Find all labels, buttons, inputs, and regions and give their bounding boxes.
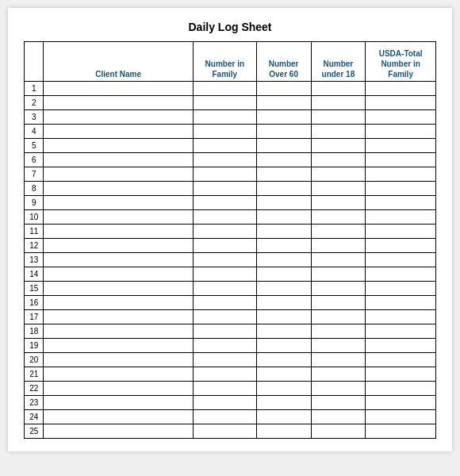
data-cell[interactable] xyxy=(256,353,311,367)
data-cell[interactable] xyxy=(193,282,256,296)
data-cell[interactable] xyxy=(256,125,311,139)
data-cell[interactable] xyxy=(256,267,311,282)
data-cell[interactable] xyxy=(44,310,194,324)
data-cell[interactable] xyxy=(44,282,194,296)
data-cell[interactable] xyxy=(193,110,256,125)
data-cell[interactable] xyxy=(256,225,311,239)
data-cell[interactable] xyxy=(311,339,366,353)
data-cell[interactable] xyxy=(366,324,436,339)
data-cell[interactable] xyxy=(311,424,366,439)
data-cell[interactable] xyxy=(44,167,194,182)
data-cell[interactable] xyxy=(311,82,366,96)
data-cell[interactable] xyxy=(366,282,436,296)
data-cell[interactable] xyxy=(193,296,256,310)
data-cell[interactable] xyxy=(44,225,194,239)
data-cell[interactable] xyxy=(193,253,256,267)
data-cell[interactable] xyxy=(366,196,436,210)
data-cell[interactable] xyxy=(366,225,436,239)
data-cell[interactable] xyxy=(44,182,194,196)
data-cell[interactable] xyxy=(311,353,366,367)
data-cell[interactable] xyxy=(256,139,311,153)
data-cell[interactable] xyxy=(44,296,194,310)
data-cell[interactable] xyxy=(256,324,311,339)
data-cell[interactable] xyxy=(256,382,311,396)
data-cell[interactable] xyxy=(193,367,256,382)
data-cell[interactable] xyxy=(256,167,311,182)
data-cell[interactable] xyxy=(193,153,256,167)
data-cell[interactable] xyxy=(256,96,311,110)
data-cell[interactable] xyxy=(366,424,436,439)
data-cell[interactable] xyxy=(44,210,194,225)
data-cell[interactable] xyxy=(366,153,436,167)
data-cell[interactable] xyxy=(256,210,311,225)
data-cell[interactable] xyxy=(311,396,366,410)
data-cell[interactable] xyxy=(366,239,436,253)
data-cell[interactable] xyxy=(193,382,256,396)
data-cell[interactable] xyxy=(311,296,366,310)
data-cell[interactable] xyxy=(311,96,366,110)
data-cell[interactable] xyxy=(366,210,436,225)
data-cell[interactable] xyxy=(44,82,194,96)
data-cell[interactable] xyxy=(44,353,194,367)
data-cell[interactable] xyxy=(366,182,436,196)
data-cell[interactable] xyxy=(256,82,311,96)
data-cell[interactable] xyxy=(193,267,256,282)
data-cell[interactable] xyxy=(311,225,366,239)
data-cell[interactable] xyxy=(256,182,311,196)
data-cell[interactable] xyxy=(193,239,256,253)
data-cell[interactable] xyxy=(193,196,256,210)
data-cell[interactable] xyxy=(256,367,311,382)
data-cell[interactable] xyxy=(256,396,311,410)
data-cell[interactable] xyxy=(256,153,311,167)
data-cell[interactable] xyxy=(366,125,436,139)
data-cell[interactable] xyxy=(311,410,366,424)
data-cell[interactable] xyxy=(256,253,311,267)
data-cell[interactable] xyxy=(256,339,311,353)
data-cell[interactable] xyxy=(311,210,366,225)
data-cell[interactable] xyxy=(366,139,436,153)
data-cell[interactable] xyxy=(193,96,256,110)
data-cell[interactable] xyxy=(44,410,194,424)
data-cell[interactable] xyxy=(256,239,311,253)
data-cell[interactable] xyxy=(311,382,366,396)
data-cell[interactable] xyxy=(44,196,194,210)
data-cell[interactable] xyxy=(44,367,194,382)
data-cell[interactable] xyxy=(256,410,311,424)
data-cell[interactable] xyxy=(44,396,194,410)
data-cell[interactable] xyxy=(366,310,436,324)
data-cell[interactable] xyxy=(44,324,194,339)
data-cell[interactable] xyxy=(311,253,366,267)
data-cell[interactable] xyxy=(193,225,256,239)
data-cell[interactable] xyxy=(366,396,436,410)
data-cell[interactable] xyxy=(193,410,256,424)
data-cell[interactable] xyxy=(366,96,436,110)
data-cell[interactable] xyxy=(193,182,256,196)
data-cell[interactable] xyxy=(366,353,436,367)
data-cell[interactable] xyxy=(311,139,366,153)
data-cell[interactable] xyxy=(44,153,194,167)
data-cell[interactable] xyxy=(311,267,366,282)
data-cell[interactable] xyxy=(193,424,256,439)
data-cell[interactable] xyxy=(193,167,256,182)
data-cell[interactable] xyxy=(44,339,194,353)
data-cell[interactable] xyxy=(311,282,366,296)
data-cell[interactable] xyxy=(193,339,256,353)
data-cell[interactable] xyxy=(44,139,194,153)
data-cell[interactable] xyxy=(193,324,256,339)
data-cell[interactable] xyxy=(366,82,436,96)
data-cell[interactable] xyxy=(44,96,194,110)
data-cell[interactable] xyxy=(44,253,194,267)
data-cell[interactable] xyxy=(193,310,256,324)
data-cell[interactable] xyxy=(366,382,436,396)
data-cell[interactable] xyxy=(256,282,311,296)
data-cell[interactable] xyxy=(44,125,194,139)
data-cell[interactable] xyxy=(366,367,436,382)
data-cell[interactable] xyxy=(311,196,366,210)
data-cell[interactable] xyxy=(256,296,311,310)
data-cell[interactable] xyxy=(256,424,311,439)
data-cell[interactable] xyxy=(44,267,194,282)
data-cell[interactable] xyxy=(311,125,366,139)
data-cell[interactable] xyxy=(44,110,194,125)
data-cell[interactable] xyxy=(256,110,311,125)
data-cell[interactable] xyxy=(256,310,311,324)
